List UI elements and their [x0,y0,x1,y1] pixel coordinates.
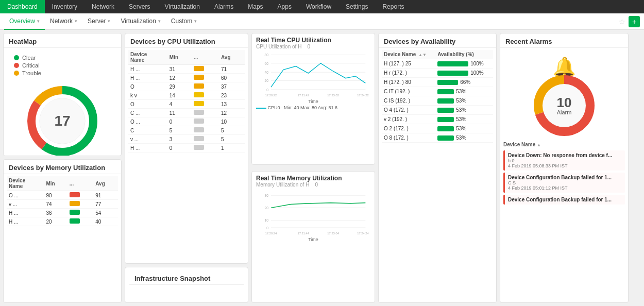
nav-servers[interactable]: Servers [122,0,157,13]
subnav-server[interactable]: Server ▾ [82,13,115,30]
alarm-list: Device Down: No response from device f..… [500,148,628,209]
sort-icon: ▲▼ [418,53,427,57]
infrastructure-title: Infrastructure Snapshot [129,270,244,285]
heatmap-donut: 17 [26,85,98,156]
cpu-row-avg: 12 [219,109,245,117]
avail-row-pct: 100% [435,69,493,78]
chevron-down-icon: ▾ [108,19,110,24]
table-row: H ... 0 1 [128,144,245,152]
svg-text:30: 30 [265,194,269,197]
nav-apps[interactable]: Apps [270,0,299,13]
mem-row-mid [67,217,93,226]
legend-critical: Critical [14,62,111,69]
alarm-item-1: Device Down: No response from device f..… [503,150,625,171]
second-navigation: Overview ▾ Network ▾ Server ▾ Virtualiza… [0,13,644,30]
column-4: Devices by Availability Device Name ▲▼ A… [378,33,497,303]
table-row: H r (172. ) 100% [382,69,493,78]
mem-row-min: 90 [44,191,67,200]
alarm-item-2: Device Configuration Backup failed for 1… [503,173,625,193]
cpu-col-min: Min [167,50,192,65]
mem-row-device: v ... [7,200,44,209]
critical-dot [14,63,19,68]
mem-col-min: Min [44,176,67,191]
table-row: O 4 (172. ) 53% [382,106,493,115]
table-row: O 8 (172. ) 53% [382,133,493,143]
realtime-memory-title: Real Time Memory Utilization [256,175,342,182]
chevron-down-icon: ▾ [37,19,40,24]
svg-text:20: 20 [265,206,269,210]
nav-maps[interactable]: Maps [241,0,270,13]
top-navigation: Dashboard Inventory Network Servers Virt… [0,0,644,13]
availability-pct-label: 53% [456,126,466,131]
subnav-virtualization[interactable]: Virtualization ▾ [115,13,165,30]
availability-card: Devices by Availability Device Name ▲▼ A… [378,33,497,303]
avail-row-pct: 53% [435,124,493,133]
realtime-cpu-chart: 80 60 40 20 0 17:20:22 17:21:42 17:23:02… [256,52,370,98]
cpu-row-min: 5 [167,126,192,135]
cpu-row-min: 29 [167,82,192,91]
availability-bar [437,98,454,104]
alarm-number-display: 10 Alarm [557,96,572,115]
mem-row-mid [67,200,93,209]
cpu-row-mid [192,100,219,109]
mem-row-avg: 91 [93,191,118,200]
heatmap-card: HeatMap Clear Critical Trouble [3,33,122,156]
table-row: O 2 (172. ) 53% [382,124,493,133]
avail-row-pct: 53% [435,96,493,106]
mem-row-min: 20 [44,217,67,226]
cpu-row-min: 4 [167,100,192,109]
avail-row-device: v 2 (192. ) [382,115,435,124]
favorite-icon[interactable]: ☆ [619,18,625,26]
avail-row-pct: 53% [435,87,493,96]
availability-title: Devices by Availability [379,33,496,48]
alarm-item-3: Device Configuration Backup failed for 1… [503,195,625,205]
cpu-row-min: 0 [167,117,192,126]
cpu-row-avg: 23 [219,91,245,100]
svg-text:17:21:42: 17:21:42 [297,94,309,97]
recent-alarms-card: Recent Alarms 🔔 10 Alarm [500,33,629,303]
legend-trouble: Trouble [14,70,111,76]
svg-text:17:23:02: 17:23:02 [327,94,339,97]
cpu-col-mid: ... [192,50,219,65]
cpu-col-avg: Avg [219,50,245,65]
memory-chart-svg: 30 20 10 0 17:20:24 17:21:44 17:23:04 17… [256,190,370,236]
clear-dot [14,55,19,60]
nav-reports[interactable]: Reports [375,0,411,13]
chevron-down-icon: ▾ [194,19,197,24]
column-5: Recent Alarms 🔔 10 Alarm [500,33,629,303]
cpu-row-avg: 60 [219,74,245,82]
nav-inventory[interactable]: Inventory [45,0,84,13]
mem-bar [70,192,80,197]
subnav-custom[interactable]: Custom ▾ [166,13,202,30]
table-row: O ... 0 10 [128,117,245,126]
memory-util-title: Devices by Memory Utilization [4,160,121,174]
cpu-row-device: C [128,126,167,135]
cpu-bar [194,101,204,106]
subnav-network[interactable]: Network ▾ [45,13,82,30]
table-row: v ... 3 5 [128,135,245,144]
infrastructure-card: Infrastructure Snapshot [125,267,248,303]
table-row: O ... 90 91 [7,191,118,200]
memory-util-table: DeviceName Min ... Avg O ... 90 91 v ...… [7,176,118,226]
nav-settings[interactable]: Settings [338,0,375,13]
cpu-col-device: DeviceName [128,50,167,65]
svg-text:80: 80 [265,53,269,57]
nav-alarms[interactable]: Alarms [207,0,241,13]
nav-dashboard[interactable]: Dashboard [0,0,45,13]
nav-network[interactable]: Network [84,0,122,13]
availability-bar [437,135,454,141]
nav-virtualization[interactable]: Virtualization [157,0,207,13]
table-row: k v 14 23 [128,91,245,100]
availability-pct-label: 100% [470,70,484,76]
cpu-row-mid [192,82,219,91]
avail-row-device: C IS (192. ) [382,96,435,106]
add-dashboard-button[interactable]: + [629,16,640,27]
svg-text:17:21:44: 17:21:44 [297,232,309,235]
heatmap-count: 17 [54,113,70,129]
subnav-overview[interactable]: Overview ▾ [4,13,45,30]
mem-row-avg: 40 [93,217,118,226]
table-row: H ... 12 60 [128,74,245,82]
nav-workflow[interactable]: Workflow [299,0,338,13]
cpu-row-device: O [128,100,167,109]
cpu-row-mid [192,135,219,144]
